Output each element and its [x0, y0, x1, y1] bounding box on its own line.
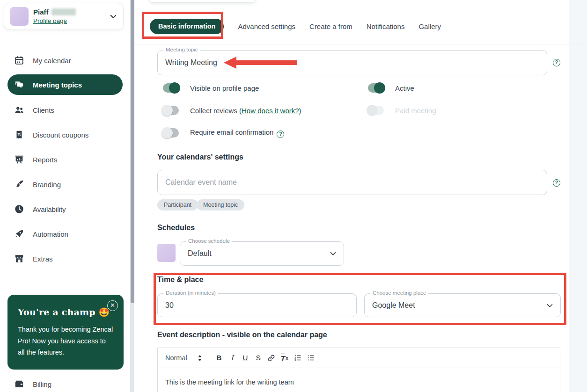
schedules-heading: Schedules — [157, 224, 195, 232]
link-icon — [267, 354, 275, 362]
meeting-topic-input[interactable] — [165, 51, 528, 75]
choose-schedule-value: Default — [188, 249, 212, 258]
toggle-row-require-email: Require email confirmation? — [163, 127, 284, 138]
storefront-icon — [14, 254, 24, 264]
collect-reviews-toggle[interactable] — [163, 106, 179, 115]
editor-content[interactable]: This is the meeting link for the writing… — [158, 368, 560, 392]
sidebar-item-label: Branding — [33, 181, 61, 189]
sidebar-item-label: Meeting topics — [33, 81, 82, 89]
sidebar-item-discount-coupons[interactable]: Discount coupons — [7, 124, 123, 145]
sidebar-item-label: Extras — [33, 255, 53, 263]
profile-name: Piaff — [33, 8, 49, 16]
meeting-place-label: Choose meeting place — [370, 290, 428, 296]
choose-schedule-select[interactable]: Choose schedule Default — [180, 241, 344, 266]
chip-participant[interactable]: Participant — [157, 199, 198, 211]
profile-info: Piaff Profile page — [33, 8, 109, 25]
strikethrough-button[interactable]: S — [252, 352, 265, 364]
sidebar-item-extras[interactable]: Extras — [7, 248, 123, 269]
require-email-toggle[interactable] — [163, 128, 179, 138]
ordered-list-button[interactable] — [291, 352, 304, 364]
bullet-list-icon — [307, 354, 315, 362]
promo-body: Thank you for becoming Zencal Pro! Now y… — [18, 324, 113, 358]
sidebar-item-label: Availability — [33, 205, 66, 213]
active-toggle[interactable] — [368, 83, 384, 93]
duration-input[interactable] — [165, 294, 338, 317]
sidebar-item-my-calendar[interactable]: My calendar — [7, 50, 123, 71]
profile-card[interactable]: Piaff Profile page — [4, 3, 124, 30]
require-email-text: Require email confirmation — [190, 128, 273, 136]
chevron-down-icon — [329, 250, 337, 258]
calendar-event-name-field — [157, 170, 547, 195]
presentation-chart-icon — [14, 154, 24, 165]
toggle-label: Active — [395, 84, 414, 92]
sidebar-item-billing[interactable]: Billing — [7, 374, 123, 392]
toggle-label: Visible on profile page — [190, 84, 259, 92]
schedule-avatar — [157, 244, 176, 262]
tabs-divider — [134, 44, 587, 44]
time-place-heading: Time & place — [157, 276, 203, 284]
clear-formatting-button[interactable]: Tx — [278, 352, 291, 364]
toggle-row-paid-meeting: Paid meeting — [368, 105, 436, 116]
toggle-row-collect-reviews: Collect reviews (How does it work?) — [163, 105, 301, 116]
people-icon — [14, 105, 24, 115]
text-style-value: Normal — [165, 354, 187, 362]
underline-button[interactable]: U — [239, 352, 252, 364]
sidebar: Piaff Profile page My calendar Meeting t… — [0, 0, 130, 392]
clock-icon — [14, 204, 24, 214]
sidebar-item-automation[interactable]: Automation — [7, 224, 123, 244]
paintbrush-icon — [14, 179, 24, 189]
meeting-place-select[interactable]: Choose meeting place Google Meet — [364, 293, 561, 317]
visible-on-profile-toggle[interactable] — [163, 83, 179, 93]
bold-button[interactable]: B — [213, 352, 226, 364]
link-button[interactable] — [265, 352, 278, 364]
help-icon[interactable]: ? — [553, 179, 560, 187]
clean-x: x — [286, 356, 288, 361]
meeting-place-value: Google Meet — [372, 301, 415, 310]
sidebar-item-label: Discount coupons — [33, 131, 88, 139]
text-style-select[interactable]: Normal — [165, 354, 202, 362]
tab-advanced-settings[interactable]: Advanced settings — [238, 22, 295, 30]
toggle-label: Require email confirmation? — [190, 128, 284, 138]
rocket-icon — [14, 229, 24, 239]
paid-meeting-toggle[interactable] — [368, 106, 384, 115]
tab-create-a-from[interactable]: Create a from — [309, 22, 352, 30]
promo-card: ✕ You're a champ 🤩 Thank you for becomin… — [7, 295, 124, 370]
wallet-icon — [14, 379, 24, 389]
collect-reviews-text: Collect reviews — [190, 107, 237, 115]
sidebar-item-branding[interactable]: Branding — [7, 174, 123, 195]
tab-gallery[interactable]: Gallery — [418, 22, 441, 30]
sidebar-item-label: My calendar — [33, 57, 71, 65]
app-root: Piaff Profile page My calendar Meeting t… — [0, 0, 587, 392]
sidebar-item-reports[interactable]: Reports — [7, 149, 123, 170]
sidebar-item-meeting-topics[interactable]: Meeting topics — [7, 74, 123, 95]
profile-page-link[interactable]: Profile page — [33, 17, 67, 24]
calendar-icon — [14, 55, 24, 65]
calendars-settings-heading: Your calendars' settings — [157, 153, 243, 161]
partial-card-top — [149, 0, 256, 3]
event-description-heading: Event description - visible on the calen… — [157, 331, 327, 339]
sidebar-scrollbar-thumb[interactable] — [131, 0, 134, 303]
help-icon[interactable]: ? — [277, 131, 284, 138]
help-icon[interactable]: ? — [553, 59, 560, 66]
how-does-it-work-link[interactable]: (How does it work?) — [239, 107, 301, 115]
chevron-down-icon — [546, 301, 554, 309]
tab-notifications[interactable]: Notifications — [367, 22, 405, 30]
calendar-event-name-input[interactable] — [165, 170, 528, 195]
tab-basic-information[interactable]: Basic information — [150, 19, 224, 34]
toggle-label: Collect reviews (How does it work?) — [190, 107, 301, 115]
italic-button[interactable]: I — [226, 352, 239, 364]
coupon-icon — [14, 130, 24, 140]
sidebar-item-clients[interactable]: Clients — [7, 100, 123, 120]
duration-field: Duration (in minutes) — [157, 293, 357, 317]
close-icon[interactable]: ✕ — [107, 300, 118, 311]
rich-text-editor: Normal B I U S Tx This is the meeting li… — [157, 348, 560, 392]
bullet-list-button[interactable] — [304, 352, 317, 364]
toggle-row-visible-on-profile: Visible on profile page — [163, 82, 259, 94]
sidebar-item-label: Reports — [33, 156, 58, 164]
sidebar-item-availability[interactable]: Availability — [7, 199, 123, 219]
chip-meeting-topic[interactable]: Meeting topic — [197, 199, 244, 211]
clean-t: T — [281, 354, 285, 363]
toggle-label: Paid meeting — [395, 107, 436, 115]
meeting-topic-field: Meeting topic — [157, 50, 547, 75]
chevron-down-icon[interactable] — [109, 12, 117, 21]
